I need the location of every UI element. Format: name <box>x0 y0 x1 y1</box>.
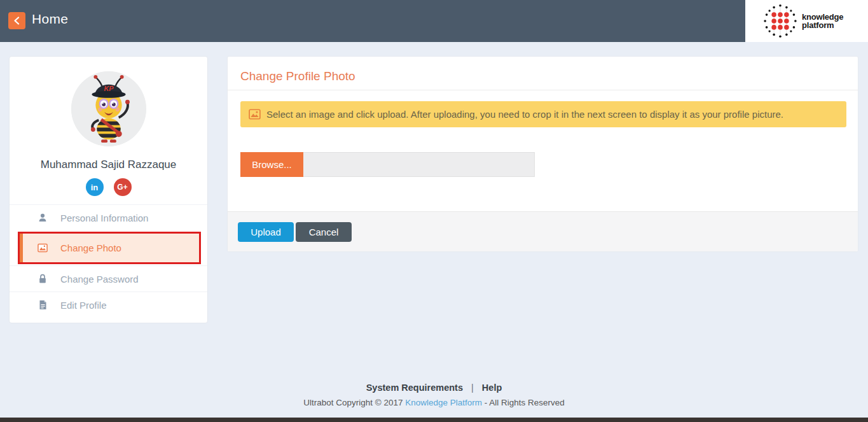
footer-separator: | <box>471 383 474 393</box>
file-input[interactable] <box>303 152 535 177</box>
sidebar-item-edit-profile[interactable]: Edit Profile <box>10 292 207 318</box>
google-plus-button[interactable]: G+ <box>114 178 132 196</box>
social-links: in G+ <box>10 178 207 196</box>
system-requirements-link[interactable]: System Requirements <box>366 383 463 393</box>
active-item-bar <box>20 234 23 262</box>
info-banner-text: Select an image and click upload. After … <box>266 109 783 120</box>
sidebar-item-label: Edit Profile <box>60 300 107 311</box>
profile-sidebar: Muhammad Sajid Razzaque in G+ Personal I… <box>9 56 208 323</box>
knowledge-platform-logo-icon <box>762 1 798 41</box>
sidebar-item-change-password[interactable]: Change Password <box>10 265 207 292</box>
section-heading: Change Profile Photo <box>240 69 355 83</box>
file-icon <box>38 300 48 310</box>
panel-footer: Upload Cancel <box>228 211 858 251</box>
page-footer: System Requirements | Help Ultrabot Copy… <box>0 383 868 407</box>
lock-icon <box>38 274 48 284</box>
upload-button[interactable]: Upload <box>238 222 294 242</box>
top-navbar: Home Muhammad Sajid Razzaque Learner <box>0 0 745 42</box>
copyright-prefix: Ultrabot Copyright © 2017 <box>303 398 403 407</box>
change-photo-panel: Change Profile Photo Select an image and… <box>227 56 858 252</box>
sidebar-item-personal-information[interactable]: Personal Information <box>10 204 207 230</box>
brand-logo-text: knowledge platform <box>802 13 843 29</box>
copyright-line: Ultrabot Copyright © 2017 Knowledge Plat… <box>0 398 868 407</box>
profile-menu: Personal Information Change Photo Change… <box>10 204 207 318</box>
knowledge-platform-link[interactable]: Knowledge Platform <box>405 398 482 407</box>
page-title: Home <box>32 11 68 27</box>
brand-logo: knowledge platform <box>745 0 868 42</box>
help-link[interactable]: Help <box>482 383 502 393</box>
sidebar-item-label: Change Photo <box>60 243 121 253</box>
image-icon <box>249 109 261 120</box>
image-icon <box>38 243 48 253</box>
sidebar-item-label: Change Password <box>60 274 139 285</box>
bee-mascot-avatar <box>71 71 146 146</box>
sidebar-item-label: Personal Information <box>60 213 148 223</box>
info-banner: Select an image and click upload. After … <box>240 101 846 127</box>
browse-button[interactable]: Browse... <box>240 152 303 177</box>
user-icon <box>38 213 48 223</box>
file-upload-group: Browse... <box>240 152 535 177</box>
cancel-button[interactable]: Cancel <box>296 222 352 242</box>
profile-name: Muhammad Sajid Razzaque <box>10 158 207 171</box>
chevron-left-icon <box>13 17 20 25</box>
annotation-highlight-box: Change Photo <box>18 232 201 264</box>
footer-links: System Requirements | Help <box>0 383 868 393</box>
profile-photo <box>71 71 146 146</box>
bottom-edge-bar <box>0 418 868 422</box>
sidebar-item-change-photo[interactable]: Change Photo <box>20 234 199 262</box>
back-button[interactable] <box>8 12 25 29</box>
linkedin-button[interactable]: in <box>86 178 104 196</box>
heading-divider <box>228 90 858 90</box>
screen: Home Muhammad Sajid Razzaque Learner <box>0 0 868 422</box>
copyright-suffix: - All Rights Reserved <box>485 398 565 407</box>
